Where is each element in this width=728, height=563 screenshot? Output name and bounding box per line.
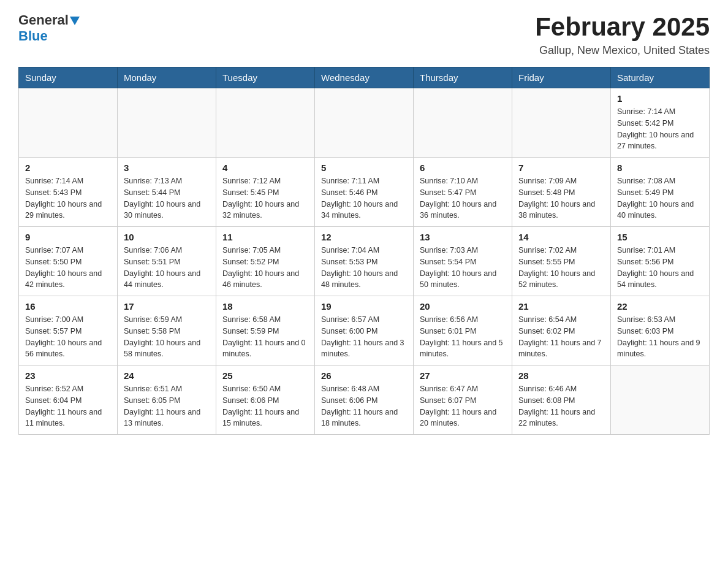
day-info: Sunrise: 7:09 AMSunset: 5:48 PMDaylight:… [518, 175, 604, 221]
calendar-cell: 24Sunrise: 6:51 AMSunset: 6:05 PMDayligh… [118, 366, 216, 435]
day-number: 21 [518, 301, 604, 312]
day-number: 4 [222, 163, 308, 173]
calendar-cell [19, 88, 118, 158]
calendar-week-row: 23Sunrise: 6:52 AMSunset: 6:04 PMDayligh… [19, 366, 710, 435]
calendar-cell [414, 88, 512, 158]
day-number: 27 [420, 370, 506, 381]
day-info: Sunrise: 6:58 AMSunset: 5:59 PMDaylight:… [222, 314, 308, 360]
calendar-cell [512, 88, 611, 158]
calendar-cell: 11Sunrise: 7:05 AMSunset: 5:52 PMDayligh… [216, 227, 315, 296]
day-number: 11 [222, 232, 308, 242]
day-info: Sunrise: 7:11 AMSunset: 5:46 PMDaylight:… [321, 175, 407, 221]
day-info: Sunrise: 7:07 AMSunset: 5:50 PMDaylight:… [25, 245, 111, 291]
calendar-cell [118, 88, 216, 158]
day-info: Sunrise: 6:57 AMSunset: 6:00 PMDaylight:… [321, 314, 407, 360]
day-of-week-header: Sunday [19, 67, 118, 88]
day-number: 23 [25, 370, 111, 381]
day-number: 7 [518, 163, 604, 173]
logo-blue-text: Blue [18, 28, 48, 44]
day-info: Sunrise: 7:14 AMSunset: 5:43 PMDaylight:… [25, 175, 111, 221]
day-number: 10 [124, 232, 210, 242]
calendar-cell: 22Sunrise: 6:53 AMSunset: 6:03 PMDayligh… [611, 296, 710, 366]
day-number: 9 [25, 232, 111, 242]
calendar-cell [315, 88, 414, 158]
day-info: Sunrise: 7:12 AMSunset: 5:45 PMDaylight:… [222, 175, 308, 221]
calendar-cell: 20Sunrise: 6:56 AMSunset: 6:01 PMDayligh… [414, 296, 512, 366]
calendar-cell: 16Sunrise: 7:00 AMSunset: 5:57 PMDayligh… [19, 296, 118, 366]
calendar-cell [216, 88, 315, 158]
day-info: Sunrise: 7:02 AMSunset: 5:55 PMDaylight:… [518, 245, 604, 291]
day-number: 12 [321, 232, 407, 242]
day-of-week-header: Thursday [414, 67, 512, 88]
day-info: Sunrise: 6:46 AMSunset: 6:08 PMDaylight:… [518, 383, 604, 429]
calendar-cell: 10Sunrise: 7:06 AMSunset: 5:51 PMDayligh… [118, 227, 216, 296]
day-of-week-header: Monday [118, 67, 216, 88]
day-of-week-header: Wednesday [315, 67, 414, 88]
calendar-cell: 18Sunrise: 6:58 AMSunset: 5:59 PMDayligh… [216, 296, 315, 366]
calendar-table: SundayMondayTuesdayWednesdayThursdayFrid… [18, 67, 710, 435]
day-number: 1 [617, 93, 703, 104]
calendar-header-row: SundayMondayTuesdayWednesdayThursdayFrid… [19, 67, 710, 88]
day-number: 17 [124, 301, 210, 312]
month-title: February 2025 [535, 12, 710, 42]
logo-triangle-icon [70, 17, 80, 25]
day-number: 28 [518, 370, 604, 381]
day-number: 18 [222, 301, 308, 312]
day-number: 2 [25, 163, 111, 173]
calendar-cell: 7Sunrise: 7:09 AMSunset: 5:48 PMDaylight… [512, 158, 611, 227]
day-info: Sunrise: 7:04 AMSunset: 5:53 PMDaylight:… [321, 245, 407, 291]
location-subtitle: Gallup, New Mexico, United States [535, 44, 710, 57]
calendar-cell: 13Sunrise: 7:03 AMSunset: 5:54 PMDayligh… [414, 227, 512, 296]
calendar-cell: 26Sunrise: 6:48 AMSunset: 6:06 PMDayligh… [315, 366, 414, 435]
calendar-cell: 28Sunrise: 6:46 AMSunset: 6:08 PMDayligh… [512, 366, 611, 435]
day-number: 5 [321, 163, 407, 173]
day-info: Sunrise: 6:48 AMSunset: 6:06 PMDaylight:… [321, 383, 407, 429]
calendar-cell: 15Sunrise: 7:01 AMSunset: 5:56 PMDayligh… [611, 227, 710, 296]
day-info: Sunrise: 7:03 AMSunset: 5:54 PMDaylight:… [420, 245, 506, 291]
day-info: Sunrise: 6:59 AMSunset: 5:58 PMDaylight:… [124, 314, 210, 360]
day-info: Sunrise: 7:13 AMSunset: 5:44 PMDaylight:… [124, 175, 210, 221]
calendar-cell: 19Sunrise: 6:57 AMSunset: 6:00 PMDayligh… [315, 296, 414, 366]
day-info: Sunrise: 6:53 AMSunset: 6:03 PMDaylight:… [617, 314, 703, 360]
day-number: 24 [124, 370, 210, 381]
day-info: Sunrise: 7:08 AMSunset: 5:49 PMDaylight:… [617, 175, 703, 221]
calendar-cell: 17Sunrise: 6:59 AMSunset: 5:58 PMDayligh… [118, 296, 216, 366]
day-info: Sunrise: 6:50 AMSunset: 6:06 PMDaylight:… [222, 383, 308, 429]
day-number: 15 [617, 232, 703, 242]
calendar-cell: 12Sunrise: 7:04 AMSunset: 5:53 PMDayligh… [315, 227, 414, 296]
day-info: Sunrise: 7:14 AMSunset: 5:42 PMDaylight:… [617, 106, 703, 152]
calendar-cell: 23Sunrise: 6:52 AMSunset: 6:04 PMDayligh… [19, 366, 118, 435]
calendar-cell: 14Sunrise: 7:02 AMSunset: 5:55 PMDayligh… [512, 227, 611, 296]
day-number: 22 [617, 301, 703, 312]
day-info: Sunrise: 6:52 AMSunset: 6:04 PMDaylight:… [25, 383, 111, 429]
calendar-cell: 21Sunrise: 6:54 AMSunset: 6:02 PMDayligh… [512, 296, 611, 366]
calendar-week-row: 2Sunrise: 7:14 AMSunset: 5:43 PMDaylight… [19, 158, 710, 227]
calendar-week-row: 1Sunrise: 7:14 AMSunset: 5:42 PMDaylight… [19, 88, 710, 158]
day-number: 25 [222, 370, 308, 381]
calendar-week-row: 16Sunrise: 7:00 AMSunset: 5:57 PMDayligh… [19, 296, 710, 366]
calendar-cell: 3Sunrise: 7:13 AMSunset: 5:44 PMDaylight… [118, 158, 216, 227]
day-info: Sunrise: 6:51 AMSunset: 6:05 PMDaylight:… [124, 383, 210, 429]
calendar-cell: 8Sunrise: 7:08 AMSunset: 5:49 PMDaylight… [611, 158, 710, 227]
day-number: 26 [321, 370, 407, 381]
day-number: 16 [25, 301, 111, 312]
page-header: General Blue February 2025 Gallup, New M… [18, 12, 710, 57]
day-info: Sunrise: 6:54 AMSunset: 6:02 PMDaylight:… [518, 314, 604, 360]
day-info: Sunrise: 6:56 AMSunset: 6:01 PMDaylight:… [420, 314, 506, 360]
day-info: Sunrise: 7:06 AMSunset: 5:51 PMDaylight:… [124, 245, 210, 291]
calendar-cell: 27Sunrise: 6:47 AMSunset: 6:07 PMDayligh… [414, 366, 512, 435]
day-number: 20 [420, 301, 506, 312]
calendar-cell: 2Sunrise: 7:14 AMSunset: 5:43 PMDaylight… [19, 158, 118, 227]
day-number: 8 [617, 163, 703, 173]
day-info: Sunrise: 6:47 AMSunset: 6:07 PMDaylight:… [420, 383, 506, 429]
calendar-cell: 4Sunrise: 7:12 AMSunset: 5:45 PMDaylight… [216, 158, 315, 227]
calendar-cell: 6Sunrise: 7:10 AMSunset: 5:47 PMDaylight… [414, 158, 512, 227]
day-info: Sunrise: 7:01 AMSunset: 5:56 PMDaylight:… [617, 245, 703, 291]
calendar-cell: 5Sunrise: 7:11 AMSunset: 5:46 PMDaylight… [315, 158, 414, 227]
title-block: February 2025 Gallup, New Mexico, United… [535, 12, 710, 57]
day-of-week-header: Friday [512, 67, 611, 88]
day-number: 19 [321, 301, 407, 312]
calendar-cell: 9Sunrise: 7:07 AMSunset: 5:50 PMDaylight… [19, 227, 118, 296]
day-number: 13 [420, 232, 506, 242]
day-info: Sunrise: 7:00 AMSunset: 5:57 PMDaylight:… [25, 314, 111, 360]
